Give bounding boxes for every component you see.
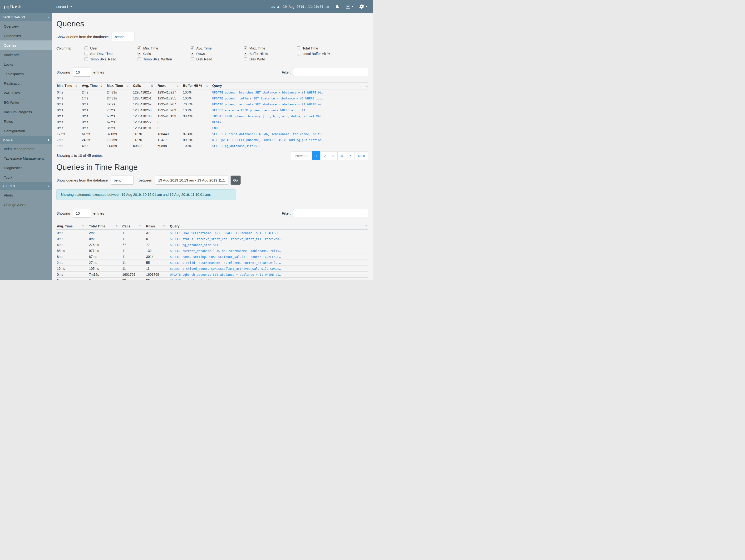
query-cell[interactable]: INSERT INTO pgbench_history (tid, bid, a…	[212, 113, 368, 119]
sidebar-section-alerts[interactable]: ALERTS›	[0, 182, 52, 190]
column-option-rows[interactable]: Rows	[191, 52, 244, 56]
query-cell[interactable]: SELECT current_database() AS db, scheman…	[169, 248, 368, 254]
checkbox-checked-icon[interactable]	[137, 46, 141, 50]
query-cell[interactable]: BEGIN	[212, 119, 368, 125]
column-option-temp-blks-written[interactable]: Temp Blks. Written	[137, 57, 191, 61]
next-page-button[interactable]: Next	[355, 151, 368, 160]
checkbox-checked-icon[interactable]	[191, 52, 194, 56]
query-cell[interactable]: UPDATE pgbench_tellers SET tbalance = tb…	[212, 95, 368, 101]
query-cell[interactable]: SELECT name, setting, COALESCE(boot_val,…	[169, 254, 368, 260]
column-header-min-time[interactable]: Min. Time⇅	[56, 83, 82, 89]
checkbox-unchecked-icon[interactable]	[85, 52, 88, 56]
checkbox-unchecked-icon[interactable]	[244, 57, 247, 61]
sidebar-section-dashboards[interactable]: DASHBOARDS›	[0, 13, 52, 22]
sidebar-item-alerts[interactable]: Alerts	[0, 190, 52, 200]
page-number-button-3[interactable]: 3	[329, 151, 338, 160]
database-input[interactable]	[111, 32, 134, 41]
checkbox-unchecked-icon[interactable]	[297, 52, 300, 56]
column-option-calls[interactable]: Calls	[137, 52, 191, 56]
sidebar-item-index-management[interactable]: Index Management	[0, 144, 52, 154]
column-option-max-time[interactable]: Max. Time	[244, 46, 297, 50]
query-cell[interactable]: SELECT abalance FROM pgbench_accounts WH…	[212, 107, 368, 113]
column-option-total-time[interactable]: Total Time	[297, 46, 350, 50]
sidebar-item-databases[interactable]: Databases	[0, 31, 52, 40]
database-input-2[interactable]	[111, 175, 133, 185]
column-header-avg-time[interactable]: Avg. Time⇅	[56, 223, 89, 230]
column-header-calls[interactable]: Calls⇅	[122, 223, 145, 230]
column-header-rows[interactable]: Rows⇅	[157, 83, 183, 89]
column-option-min-time[interactable]: Min. Time	[137, 46, 191, 50]
notifications-button[interactable]	[335, 4, 339, 9]
query-cell[interactable]: SELECT pg_database_size($1)	[169, 242, 368, 248]
sidebar-item-bg-writer[interactable]: BG Writer	[0, 98, 52, 107]
column-option-disk-read[interactable]: Disk Read	[191, 57, 244, 61]
date-range-input[interactable]	[155, 175, 228, 185]
page-number-button-2[interactable]: 2	[320, 151, 329, 160]
checkbox-checked-icon[interactable]	[244, 46, 247, 50]
column-option-std-dev-time[interactable]: Std. Dev. Time	[85, 52, 137, 56]
column-option-local-buffer-hit-[interactable]: Local Buffer Hit %	[297, 52, 350, 56]
query-cell[interactable]: SELECT archived_count, COALESCE(last_arc…	[169, 266, 368, 272]
sidebar-section-tools[interactable]: TOOLS›	[0, 136, 52, 144]
column-option-disk-write[interactable]: Disk Write	[244, 57, 297, 61]
checkbox-checked-icon[interactable]	[137, 52, 141, 56]
page-number-button-1[interactable]: 1	[312, 151, 321, 160]
column-option-buffer-hit-[interactable]: Buffer Hit %	[244, 52, 297, 56]
sidebar-item-replication[interactable]: Replication	[0, 78, 52, 88]
column-header-query[interactable]: Query⇅	[169, 223, 368, 230]
page-size-input-2[interactable]	[73, 209, 91, 218]
go-button[interactable]: Go	[231, 175, 240, 185]
query-cell[interactable]: END	[212, 125, 368, 131]
sidebar-item-tablespaces[interactable]: Tablespaces	[0, 69, 52, 78]
brand-logo[interactable]: pgDash	[0, 4, 52, 9]
checkbox-checked-icon[interactable]	[244, 52, 247, 56]
page-size-input[interactable]	[73, 68, 91, 76]
query-cell[interactable]: UPDATE pgbench_accounts SET abalance = a…	[169, 272, 368, 277]
query-cell[interactable]: SELECT pg_database_size($1)	[212, 143, 368, 149]
column-header-max-time[interactable]: Max. Time⇅	[106, 83, 133, 89]
filter-input[interactable]	[293, 68, 368, 76]
query-cell[interactable]: SELECT current_database() AS db, scheman…	[212, 131, 368, 137]
column-option-avg-time[interactable]: Avg. Time	[191, 46, 244, 50]
page-number-button-4[interactable]: 4	[337, 151, 346, 160]
filter-input-2[interactable]	[293, 209, 368, 217]
checkbox-unchecked-icon[interactable]	[297, 46, 300, 50]
query-cell[interactable]: SELECT pg_table_size($1)	[169, 277, 368, 280]
query-cell[interactable]: WITH pc AS (SELECT pubname, COUNT(*) AS …	[212, 137, 368, 143]
column-header-query[interactable]: Query⇅	[212, 83, 368, 89]
checkbox-unchecked-icon[interactable]	[137, 57, 141, 61]
sidebar-item-diagnostics[interactable]: Diagnostics	[0, 163, 52, 172]
query-cell[interactable]: SELECT status, receive_start_lsn, receiv…	[169, 236, 368, 242]
sidebar-item-tablespace-management[interactable]: Tablespace Management	[0, 154, 52, 163]
sidebar-item-backends[interactable]: Backends	[0, 50, 52, 60]
server-selector[interactable]: server1	[56, 4, 72, 8]
charts-menu-button[interactable]	[345, 4, 354, 9]
query-cell[interactable]: SELECT COALESCE(datname, $2), COALESCE(u…	[169, 230, 368, 236]
column-option-user[interactable]: User	[85, 46, 137, 50]
checkbox-unchecked-icon[interactable]	[85, 46, 88, 50]
column-option-temp-blks-read[interactable]: Temp Blks. Read	[85, 57, 137, 61]
query-cell[interactable]: UPDATE pgbench_accounts SET abalance = a…	[212, 101, 368, 107]
sidebar-item-change-alerts[interactable]: Change Alerts	[0, 200, 52, 209]
query-cell[interactable]: UPDATE pgbench_branches SET bbalance = b…	[212, 89, 368, 95]
column-header-buffer-hit-[interactable]: Buffer Hit %⇅	[183, 83, 212, 89]
sidebar-item-roles[interactable]: Roles	[0, 117, 52, 126]
settings-menu-button[interactable]	[359, 4, 367, 9]
column-header-rows[interactable]: Rows⇅	[145, 223, 169, 230]
checkbox-unchecked-icon[interactable]	[85, 57, 88, 61]
sidebar-item-vacuum-progress[interactable]: Vacuum Progress	[0, 107, 52, 117]
checkbox-checked-icon[interactable]	[191, 46, 194, 50]
column-header-total-time[interactable]: Total Time⇅	[89, 223, 122, 230]
sidebar-item-overview[interactable]: Overview	[0, 22, 52, 31]
sidebar-item-configuration[interactable]: Configuration	[0, 126, 52, 136]
sidebar-item-wal-files[interactable]: WAL Files	[0, 88, 52, 98]
checkbox-unchecked-icon[interactable]	[191, 57, 194, 61]
query-cell[interactable]: SELECT S.relid, S.schemaname, S.relname,…	[169, 260, 368, 266]
column-header-calls[interactable]: Calls⇅	[133, 83, 157, 89]
sidebar-item-locks[interactable]: Locks	[0, 60, 52, 69]
sidebar-item-queries[interactable]: Queries	[0, 40, 52, 50]
sidebar-item-top[interactable]: Top k	[0, 172, 52, 182]
previous-page-button[interactable]: Previous	[291, 151, 312, 160]
page-number-button-5[interactable]: 5	[346, 151, 355, 160]
column-header-avg-time[interactable]: Avg. Time⇅	[82, 83, 106, 89]
